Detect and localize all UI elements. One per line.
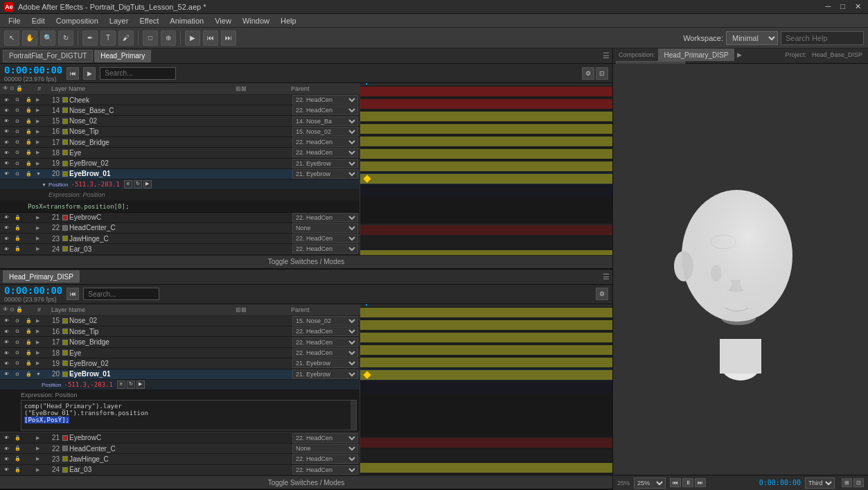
transparency-btn[interactable]: ⊡ xyxy=(853,478,864,487)
lower-parent-17[interactable]: 22. HeadCen xyxy=(292,338,358,347)
lower-parent-22[interactable]: None xyxy=(292,444,358,453)
upper-toggle-bar[interactable]: Toggle Switches / Modes xyxy=(0,255,612,269)
lower-layer-row-21[interactable]: 👁 🔒 ▶ 21 EyebrowC 22. HeadCen xyxy=(0,432,360,443)
lower-vis-eye-17[interactable]: 👁 xyxy=(1,340,11,344)
vis-eye-22[interactable]: 👁 xyxy=(1,225,11,230)
lower-vis-eye-23[interactable]: 👁 xyxy=(1,457,11,462)
tab-head-primary[interactable]: Head_Primary xyxy=(94,50,151,62)
vis-eye-20[interactable]: 👁 xyxy=(1,171,11,176)
lower-settings-btn[interactable]: ⚙ xyxy=(596,288,608,300)
minimize-btn[interactable]: ─ xyxy=(823,2,834,11)
vis-eye-15[interactable]: 👁 xyxy=(1,119,11,123)
lower-vis-eye-22[interactable]: 👁 xyxy=(1,446,11,451)
lower-expr-play[interactable]: ▶ xyxy=(136,380,145,389)
lower-vis-lock-15[interactable]: 🔒 xyxy=(24,318,33,324)
vis-lock-15[interactable]: 🔒 xyxy=(24,119,33,124)
brush-tool[interactable]: 🖌 xyxy=(118,30,134,46)
lower-vis-eye-18[interactable]: 👁 xyxy=(1,351,11,356)
vis-lock-24[interactable]: 🔒 xyxy=(12,246,22,252)
lower-vis-solo-19[interactable]: ⊙ xyxy=(12,360,22,366)
vis-lock-16[interactable]: 🔒 xyxy=(24,129,33,134)
next-frame-btn[interactable]: ⏭ xyxy=(695,478,706,487)
vis-solo-16[interactable]: ⊙ xyxy=(12,129,22,134)
menu-edit[interactable]: Edit xyxy=(26,15,51,26)
vis-lock-17[interactable]: 🔒 xyxy=(24,139,33,145)
menu-layer[interactable]: Layer xyxy=(104,15,134,26)
parent-23[interactable]: 22. HeadCen xyxy=(292,234,358,243)
zoom-select[interactable]: 25% 50% 100% xyxy=(634,478,666,489)
vis-lock-19[interactable]: 🔒 xyxy=(24,161,33,166)
lower-expand-17[interactable]: ▶ xyxy=(36,340,43,345)
lower-vis-solo-15[interactable]: ⊙ xyxy=(12,318,22,324)
lower-toggle-bar[interactable]: Toggle Switches / Modes xyxy=(0,475,612,489)
lower-parent-18[interactable]: 22. HeadCen xyxy=(292,348,358,358)
lower-vis-lock-20[interactable]: 🔒 xyxy=(24,371,33,377)
zoom-tool[interactable]: 🔍 xyxy=(40,30,55,46)
parent-22[interactable]: None xyxy=(292,223,358,233)
layer-row-23[interactable]: 👁 🔒 ▶ 23 JawHinge_C 22. HeadCen xyxy=(0,234,360,244)
lower-parent-16[interactable]: 22. HeadCen xyxy=(292,326,358,336)
expand-20[interactable]: ▼ xyxy=(36,171,43,176)
lower-layer-row-23[interactable]: 👁 🔒 ▶ 23 JawHinge_C 22. HeadCen xyxy=(0,454,360,464)
lower-expand-18[interactable]: ▶ xyxy=(36,350,43,356)
rotate-tool[interactable]: ↻ xyxy=(58,30,73,46)
lower-layer-row-18[interactable]: 👁 ⊙ 🔒 ▶ 18 Eye 22. HeadCen xyxy=(0,348,360,358)
lower-tab-menu-btn[interactable]: ☰ xyxy=(603,272,610,281)
expand-19[interactable]: ▶ xyxy=(36,161,43,166)
lower-expand-23[interactable]: ▶ xyxy=(36,456,43,462)
vis-eye-21[interactable]: 👁 xyxy=(1,215,11,220)
workspace-select[interactable]: Minimal Standard xyxy=(726,31,778,45)
parent-14[interactable]: 22. HeadCen xyxy=(292,105,358,115)
layer-row-14[interactable]: 👁 ⊙ 🔒 ▶ 14 Nose_Base_C 22. HeadCen xyxy=(0,105,360,116)
lower-expand-20[interactable]: ▼ xyxy=(36,371,43,376)
shape-tool[interactable]: □ xyxy=(143,30,158,46)
tab-head-primary-disp[interactable]: Head_Primary_DISP xyxy=(3,270,80,283)
vis-eye-13[interactable]: 👁 xyxy=(1,98,11,103)
tab-portrait-flat[interactable]: PortraitFlat_For_DIGTUT xyxy=(3,50,93,62)
expr-scrollbar-lower[interactable] xyxy=(351,401,356,430)
lower-vis-lock-24[interactable]: 🔒 xyxy=(12,467,22,473)
upper-layer-search[interactable] xyxy=(100,67,176,80)
vis-lock-23[interactable]: 🔒 xyxy=(12,236,22,241)
menu-help[interactable]: Help xyxy=(275,15,302,26)
parent-20[interactable]: 21. Eyebrow xyxy=(292,169,358,179)
layer-row-24[interactable]: 👁 🔒 ▶ 24 Ear_03 22. HeadCen xyxy=(0,244,360,254)
vis-solo-13[interactable]: ⊙ xyxy=(12,97,22,103)
parent-16[interactable]: 15. Nose_02 xyxy=(292,127,358,137)
expand-16[interactable]: ▶ xyxy=(36,129,43,134)
expr-toggle-upper[interactable]: e xyxy=(124,180,132,189)
lower-vis-eye-16[interactable]: 👁 xyxy=(1,329,11,334)
pen-tool[interactable]: ✒ xyxy=(82,30,98,46)
lower-expr-text-box[interactable]: comp("Head_Primary").layer ("EyeBrow_01"… xyxy=(21,400,357,430)
render-queue-btn[interactable]: ⊡ xyxy=(596,67,608,80)
lower-layer-row-19[interactable]: 👁 ⊙ 🔒 ▶ 19 EyeBrow_02 21. Eyebrow xyxy=(0,358,360,369)
vis-lock-22[interactable]: 🔒 xyxy=(12,225,22,231)
lower-vis-lock-17[interactable]: 🔒 xyxy=(24,340,33,345)
lower-vis-eye-15[interactable]: 👁 xyxy=(1,318,11,323)
next-frame[interactable]: ⏭ xyxy=(221,30,236,46)
parent-18[interactable]: 22. HeadCen xyxy=(292,148,358,157)
vis-eye-14[interactable]: 👁 xyxy=(1,108,11,113)
expand-23[interactable]: ▶ xyxy=(36,236,43,241)
lower-expr-refresh[interactable]: ↻ xyxy=(127,380,135,389)
vis-eye-16[interactable]: 👁 xyxy=(1,129,11,134)
vis-solo-20[interactable]: ⊙ xyxy=(12,171,22,177)
lower-vis-solo-17[interactable]: ⊙ xyxy=(12,340,22,345)
lower-vis-eye-21[interactable]: 👁 xyxy=(1,435,11,440)
vis-eye-24[interactable]: 👁 xyxy=(1,247,11,252)
layer-row-16[interactable]: 👁 ⊙ 🔒 ▶ 16 Nose_Tip 15. Nose_02 xyxy=(0,127,360,137)
lower-expand-21[interactable]: ▶ xyxy=(36,435,43,441)
lower-expand-22[interactable]: ▶ xyxy=(36,446,43,451)
lower-layer-search[interactable] xyxy=(83,288,159,300)
expand-18[interactable]: ▶ xyxy=(36,150,43,155)
lower-parent-21[interactable]: 22. HeadCen xyxy=(292,433,358,443)
lower-vis-eye-24[interactable]: 👁 xyxy=(1,467,11,472)
layer-row-19[interactable]: 👁 ⊙ 🔒 ▶ 19 EyeBrow_02 21. EyeBrow xyxy=(0,159,360,169)
vis-eye-23[interactable]: 👁 xyxy=(1,236,11,241)
text-tool[interactable]: T xyxy=(100,30,116,46)
tab-head-primary-disp-right[interactable]: Head_Primary_DISP xyxy=(658,49,735,61)
lower-parent-24[interactable]: 22. HeadCen xyxy=(292,465,358,475)
lower-expr-toggle[interactable]: e xyxy=(117,380,125,389)
vis-solo-15[interactable]: ⊙ xyxy=(12,119,22,124)
lower-time-controls[interactable]: ⏮ xyxy=(67,288,79,300)
